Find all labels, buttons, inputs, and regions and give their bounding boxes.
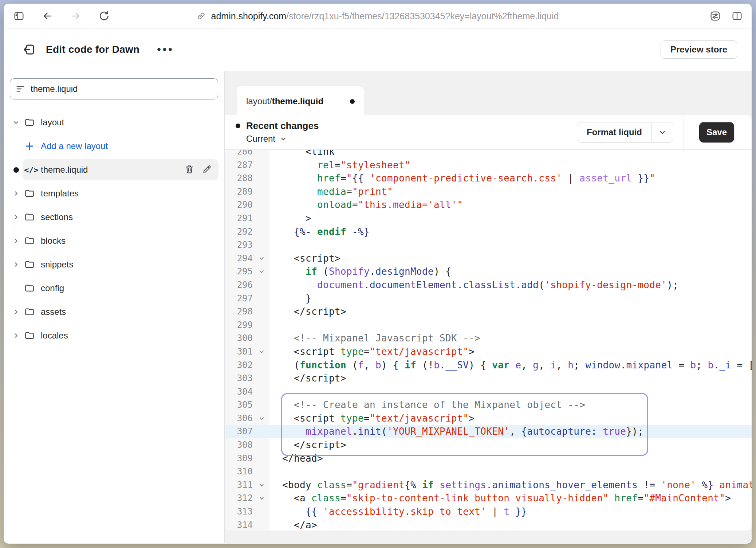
code-line[interactable]: <script type="text/javascript"> — [269, 412, 752, 425]
gutter-line[interactable]: 303 — [225, 372, 269, 385]
code-line[interactable]: </script> — [269, 438, 752, 452]
gutter-line[interactable]: 296 — [225, 278, 269, 292]
gutter-line[interactable]: 314 — [225, 518, 269, 531]
exit-icon[interactable] — [22, 43, 36, 56]
code-line[interactable]: (function (f, b) { if (!b.__SV) { var e,… — [269, 359, 752, 372]
pencil-icon[interactable] — [202, 164, 212, 176]
back-icon[interactable] — [42, 10, 53, 22]
gutter-line[interactable]: 292 — [225, 225, 269, 239]
gutter-line[interactable]: 302 — [225, 359, 269, 372]
reload-icon[interactable] — [98, 10, 110, 22]
gutter-line[interactable]: 287 — [225, 158, 269, 172]
code-line[interactable]: <!-- Create an instance of the Mixpanel … — [269, 398, 752, 412]
code-line[interactable]: </a> — [269, 518, 752, 531]
chevron-right-icon[interactable] — [9, 237, 23, 245]
sidebar-item-add-layout[interactable]: Add a new layout — [9, 136, 218, 157]
gutter-line[interactable]: 313 — [225, 505, 269, 518]
code-line[interactable]: href="{{ 'component-predictive-search.cs… — [269, 172, 752, 185]
gutter-line[interactable]: 294 — [225, 252, 269, 265]
gutter-line[interactable]: 300 — [225, 332, 269, 345]
chevron-right-icon[interactable] — [9, 261, 23, 269]
fold-chevron-icon[interactable] — [259, 349, 264, 355]
code-line[interactable] — [269, 318, 752, 332]
code-line[interactable]: media="print" — [269, 185, 752, 199]
code-line[interactable]: } — [269, 292, 752, 305]
code-line[interactable]: {{ 'accessibility.skip_to_text' | t }} — [269, 505, 752, 518]
browser-settings-icon[interactable] — [709, 10, 721, 22]
code-line[interactable]: document.documentElement.classList.add('… — [269, 278, 752, 292]
code-line[interactable]: onload="this.media='all'" — [269, 198, 752, 212]
gutter-line[interactable]: 286 — [225, 150, 269, 158]
sidebar-item-blocks[interactable]: blocks — [9, 230, 218, 251]
sidebar-item-layout[interactable]: layout — [9, 112, 218, 133]
file-search-input[interactable]: theme.liquid — [10, 78, 218, 99]
version-selector[interactable]: Current — [246, 134, 319, 144]
chevron-right-icon[interactable] — [9, 332, 23, 340]
code-line[interactable]: > — [269, 212, 752, 225]
split-view-icon[interactable] — [731, 10, 743, 22]
code-line[interactable]: <!-- Mixpanel Javascript SDK --> — [269, 332, 752, 345]
code-line[interactable] — [269, 238, 752, 252]
chevron-right-icon[interactable] — [9, 189, 23, 197]
gutter-line[interactable]: 298 — [225, 305, 269, 318]
gutter-line[interactable]: 295 — [225, 265, 269, 278]
code-line[interactable]: </script> — [269, 305, 752, 318]
code-pane[interactable]: <link rel="stylesheet" href="{{ 'compone… — [269, 150, 752, 531]
fold-chevron-icon[interactable] — [259, 482, 264, 488]
sidebar-item-templates[interactable]: templates — [9, 183, 218, 204]
gutter-line[interactable]: 291 — [225, 212, 269, 225]
gutter-line[interactable]: 290 — [225, 198, 269, 212]
chevron-right-icon[interactable] — [9, 213, 23, 221]
code-line[interactable]: {%- endif -%} — [269, 225, 752, 239]
gutter-line[interactable]: 293 — [225, 238, 269, 252]
fold-chevron-icon[interactable] — [259, 256, 264, 261]
gutter-line[interactable]: 308 — [225, 438, 269, 452]
code-line[interactable] — [269, 385, 752, 399]
code-line[interactable]: mixpanel.init('YOUR_MIXPANEL_TOKEN', {au… — [269, 425, 752, 438]
sidebar-item-snippets[interactable]: snippets — [9, 254, 218, 275]
sidebar-item-locales[interactable]: locales — [9, 325, 218, 346]
gutter-line[interactable]: 299 — [225, 318, 269, 332]
gutter-line[interactable]: 311 — [225, 478, 269, 492]
gutter-line[interactable]: 306 — [225, 412, 269, 425]
gutter-line[interactable]: 309 — [225, 452, 269, 465]
sidebar-item-sections[interactable]: sections — [9, 207, 218, 228]
gutter-line[interactable]: 305 — [225, 398, 269, 412]
sidebar-item-config[interactable]: config — [9, 278, 218, 299]
chevron-down-icon[interactable] — [9, 118, 23, 126]
save-button[interactable]: Save — [699, 122, 734, 142]
code-line[interactable]: </head> — [269, 452, 752, 465]
code-line[interactable]: rel="stylesheet" — [269, 158, 752, 172]
gutter-line[interactable]: 310 — [225, 465, 269, 478]
gutter-line[interactable]: 289 — [225, 185, 269, 199]
gutter-line[interactable]: 301 — [225, 345, 269, 359]
fold-chevron-icon[interactable] — [259, 269, 264, 274]
sidebar-item-theme-liquid[interactable]: </> theme.liquid — [9, 159, 218, 180]
code-line[interactable]: <script> — [269, 252, 752, 265]
sidebar-item-assets[interactable]: assets — [9, 301, 218, 322]
gutter-line[interactable]: 288 — [225, 172, 269, 185]
code-line[interactable]: <link — [269, 150, 752, 158]
sidebar-toggle-icon[interactable] — [13, 10, 25, 22]
code-line[interactable]: <script type="text/javascript"> — [269, 345, 752, 359]
fold-chevron-icon[interactable] — [259, 496, 264, 501]
code-line[interactable]: if (Shopify.designMode) { — [269, 265, 752, 278]
code-line[interactable] — [269, 465, 752, 478]
address-bar[interactable]: admin.shopify.com/store/rzq1xu-f5/themes… — [197, 4, 559, 28]
sidebar-item-label: Add a new layout — [41, 141, 108, 151]
fold-chevron-icon[interactable] — [259, 416, 264, 421]
code-line[interactable]: </script> — [269, 372, 752, 385]
gutter-line[interactable]: 312 — [225, 492, 269, 505]
chevron-down-icon[interactable] — [652, 122, 673, 142]
overflow-menu-icon[interactable]: ••• — [157, 44, 174, 55]
format-liquid-button[interactable]: Format liquid — [577, 122, 673, 142]
code-line[interactable]: <body class="gradient{% if settings.anim… — [269, 478, 752, 492]
tab-theme-liquid[interactable]: layout/theme.liquid — [237, 86, 364, 116]
code-line[interactable]: <a class="skip-to-content-link button vi… — [269, 492, 752, 505]
preview-store-button[interactable]: Preview store — [661, 40, 737, 59]
gutter-line[interactable]: 304 — [225, 385, 269, 399]
gutter-line[interactable]: 297 — [225, 292, 269, 305]
chevron-right-icon[interactable] — [9, 308, 23, 316]
trash-icon[interactable] — [184, 164, 194, 176]
gutter-line[interactable]: 307 — [225, 425, 269, 438]
